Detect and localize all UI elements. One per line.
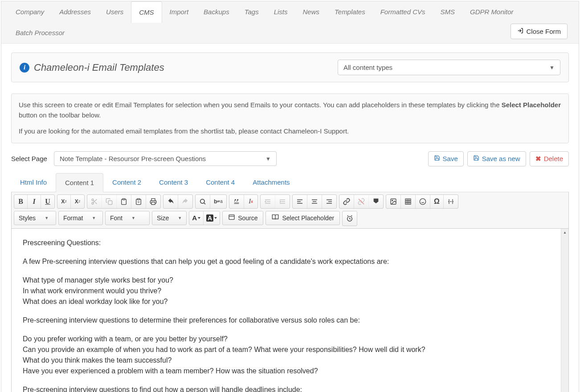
find-button[interactable] <box>196 195 210 208</box>
remove-format-button[interactable]: Ix <box>244 195 257 208</box>
nav-tab-gdpr-monitor[interactable]: GDPR Monitor <box>462 1 521 22</box>
nav-tab-news[interactable]: News <box>295 1 327 22</box>
link-button[interactable] <box>339 195 354 208</box>
italic-button[interactable]: I <box>28 195 41 208</box>
svg-line-51 <box>347 215 348 216</box>
bold-button[interactable]: B <box>14 195 28 208</box>
editor-content-area[interactable]: Prescreening Questions: A few Pre-screen… <box>12 229 568 392</box>
select-placeholder-label: Select Placeholder <box>282 214 334 222</box>
nav-tab-templates[interactable]: Templates <box>327 1 373 22</box>
help-text-1b: Select Placeholder <box>502 101 561 109</box>
select-page-value: Note Template - Resoursor Pre-screen Que… <box>60 155 206 162</box>
paste-word-button[interactable]: W <box>131 195 146 208</box>
help-text-1a: Use this screen to create or edit Email … <box>19 101 502 109</box>
save-label: Save <box>443 155 458 162</box>
nav-tab-lists[interactable]: Lists <box>266 1 295 22</box>
format-dropdown[interactable]: Format▼ <box>58 211 103 225</box>
align-left-button[interactable] <box>293 195 307 208</box>
text-color-button[interactable]: A <box>189 211 204 225</box>
undo-button[interactable] <box>163 195 178 208</box>
svg-text:W: W <box>137 201 140 203</box>
svg-line-4 <box>95 202 97 204</box>
alarm-button[interactable] <box>343 211 357 226</box>
print-button[interactable] <box>146 195 160 208</box>
close-form-label: Close Form <box>526 28 561 35</box>
svg-line-52 <box>351 215 352 216</box>
nav-tab-tags[interactable]: Tags <box>237 1 266 22</box>
scrollbar[interactable]: ▲ <box>561 229 568 392</box>
subscript-button[interactable]: X2 <box>57 195 71 208</box>
unlink-button[interactable] <box>354 195 369 208</box>
editor-paragraph: Do you prefer working with a team, or ar… <box>23 334 557 376</box>
nav-tab-sms[interactable]: SMS <box>433 1 463 22</box>
indent-button[interactable] <box>275 195 290 208</box>
tab-content-3[interactable]: Content 3 <box>150 173 197 192</box>
size-dropdown[interactable]: Size▼ <box>152 211 187 225</box>
rich-text-editor: B I U X2 X2 W <box>11 192 569 392</box>
content-type-dropdown[interactable]: All content types ▼ <box>338 60 560 75</box>
select-page-dropdown[interactable]: Note Template - Resoursor Pre-screen Que… <box>54 151 277 166</box>
svg-line-5 <box>93 200 94 202</box>
redo-button[interactable] <box>178 195 192 208</box>
align-right-button[interactable] <box>322 195 336 208</box>
top-nav: Company Addresses Users CMS Import Backu… <box>1 1 579 44</box>
bg-color-button[interactable]: A <box>204 211 220 225</box>
anchor-button[interactable] <box>369 195 383 208</box>
delete-button[interactable]: ✖ Delete <box>530 151 569 166</box>
page-break-button[interactable] <box>444 195 458 208</box>
special-char-button[interactable]: Ω <box>430 195 444 208</box>
nav-tab-addresses[interactable]: Addresses <box>52 1 98 22</box>
book-icon <box>271 214 279 222</box>
source-label: Source <box>238 214 257 222</box>
content-type-value: All content types <box>343 64 392 71</box>
nav-tab-backups[interactable]: Backups <box>196 1 237 22</box>
svg-rect-48 <box>229 215 234 220</box>
chevron-down-icon: ▼ <box>265 156 271 162</box>
tab-html-info[interactable]: Html Info <box>11 173 56 192</box>
nav-tab-batch-processor[interactable]: Batch Processor <box>8 22 72 43</box>
close-form-button[interactable]: Close Form <box>511 24 568 39</box>
save-as-new-button[interactable]: Save as new <box>467 151 526 166</box>
svg-line-12 <box>204 203 205 204</box>
chevron-down-icon: ▼ <box>549 65 555 71</box>
nav-tab-company[interactable]: Company <box>8 1 52 22</box>
superscript-button[interactable]: X2 <box>71 195 84 208</box>
nav-tab-cms[interactable]: CMS <box>131 1 162 23</box>
nav-tab-formatted-cvs[interactable]: Formatted CVs <box>373 1 433 22</box>
nav-tab-import[interactable]: Import <box>162 1 196 22</box>
align-center-button[interactable] <box>307 195 322 208</box>
svg-point-32 <box>392 200 393 201</box>
svg-rect-10 <box>151 202 155 204</box>
editor-paragraph: Pre-screening interview questions to fin… <box>23 384 557 392</box>
source-icon <box>228 214 235 222</box>
svg-point-1 <box>92 199 94 201</box>
save-button[interactable]: Save <box>428 151 464 166</box>
scroll-up-icon[interactable]: ▲ <box>561 229 568 236</box>
select-page-label: Select Page <box>11 155 47 162</box>
emoji-button[interactable] <box>416 195 430 208</box>
close-icon: ✖ <box>535 155 541 163</box>
nav-tab-users[interactable]: Users <box>98 1 131 22</box>
help-text-1c: button on the toolbar below. <box>19 111 101 119</box>
outdent-button[interactable] <box>261 195 275 208</box>
font-label: Font <box>110 214 123 222</box>
source-button[interactable]: Source <box>222 211 263 225</box>
tab-attachments[interactable]: Attachments <box>244 173 298 192</box>
styles-dropdown[interactable]: Styles▼ <box>14 211 56 225</box>
help-text-2: If you are looking for the automated ema… <box>19 126 561 137</box>
replace-button[interactable]: b⇄a <box>210 195 226 208</box>
cut-button[interactable] <box>87 195 102 208</box>
table-button[interactable] <box>401 195 416 208</box>
font-dropdown[interactable]: Font▼ <box>105 211 150 225</box>
underline-button[interactable]: U <box>41 195 54 208</box>
tab-content-2[interactable]: Content 2 <box>103 173 150 192</box>
copy-button[interactable] <box>102 195 117 208</box>
blockquote-button[interactable] <box>229 195 244 208</box>
select-placeholder-button[interactable]: Select Placeholder <box>265 211 340 225</box>
tab-content-1[interactable]: Content 1 <box>56 173 103 192</box>
image-button[interactable] <box>386 195 401 208</box>
paste-button[interactable] <box>117 195 131 208</box>
tab-content-4[interactable]: Content 4 <box>197 173 244 192</box>
styles-label: Styles <box>19 214 36 222</box>
svg-rect-6 <box>108 201 112 205</box>
